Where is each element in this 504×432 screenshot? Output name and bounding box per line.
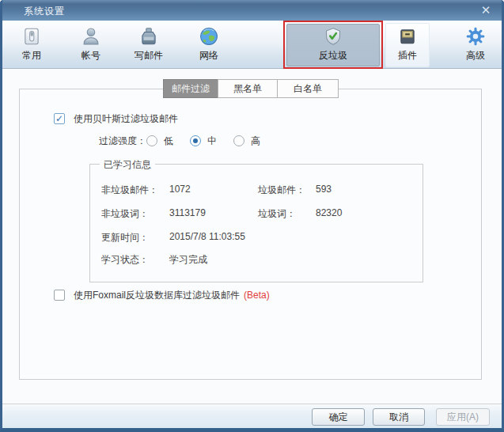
- spam-mail-label: 垃圾邮件：: [258, 184, 305, 197]
- window-title: 系统设置: [24, 5, 65, 18]
- tab-blacklist[interactable]: 黑名单: [218, 79, 278, 98]
- radio-label: 中: [207, 135, 217, 148]
- radio-label: 低: [164, 135, 173, 148]
- toolbar-item-advanced[interactable]: 高级: [453, 24, 498, 66]
- ham-mail-label: 非垃圾邮件：: [101, 184, 158, 197]
- tab-whitelist[interactable]: 白名单: [277, 79, 339, 98]
- radio-label: 高: [251, 135, 260, 148]
- settings-toolbar: 常用 帐号: [2, 21, 502, 69]
- learn-status-value: 学习完成: [169, 253, 207, 267]
- gear-icon: [465, 26, 486, 47]
- ink-bottle-icon: [138, 26, 159, 47]
- globe-icon: [199, 26, 219, 47]
- bayes-filter-label: 使用贝叶斯过滤垃圾邮件: [74, 112, 178, 126]
- settings-switch-icon: [21, 26, 42, 47]
- radio-icon[interactable]: [233, 135, 244, 146]
- filter-tabs: 邮件过滤 黑名单 白名单: [163, 79, 339, 98]
- toolbar-item-label: 网络: [199, 49, 218, 63]
- learned-row-mail: 非垃圾邮件： 1072 垃圾邮件： 593: [90, 184, 423, 195]
- toolbar-item-label: 常用: [22, 49, 41, 63]
- dialog-footer: 确定 取消 应用(A): [2, 404, 502, 428]
- system-settings-dialog: 系统设置 ✕ 常用: [0, 0, 504, 432]
- learn-status-label: 学习状态：: [101, 253, 149, 267]
- ok-button[interactable]: 确定: [312, 408, 365, 426]
- filter-strength-label: 过滤强度：: [99, 135, 146, 148]
- package-box-icon: [397, 26, 418, 47]
- spam-words-value: 82320: [316, 207, 342, 218]
- tab-mail-filter[interactable]: 邮件过滤: [163, 79, 218, 98]
- filter-strength-options: 低 中 高: [146, 135, 277, 148]
- toolbar-item-label: 插件: [398, 49, 417, 63]
- learned-info-groupbox: 已学习信息 非垃圾邮件： 1072 垃圾邮件： 593 非垃圾词： 311317…: [89, 164, 423, 282]
- beta-badge: (Beta): [244, 290, 270, 301]
- bayes-filter-checkbox[interactable]: ✓: [54, 113, 65, 124]
- ham-words-value: 3113179: [169, 207, 206, 218]
- ham-mail-value: 1072: [169, 184, 191, 195]
- user-icon: [81, 26, 101, 47]
- red-annotation-highlight-box: [283, 21, 383, 69]
- learned-info-title: 已学习信息: [100, 158, 155, 172]
- foxmail-db-label: 使用Foxmail反垃圾数据库过滤垃圾邮件: [74, 289, 240, 302]
- toolbar-item-label: 高级: [466, 49, 485, 63]
- cancel-button[interactable]: 取消: [373, 408, 425, 426]
- learned-row-status: 学习状态： 学习完成: [90, 253, 423, 264]
- radio-option-medium[interactable]: 中: [190, 135, 217, 148]
- update-time-label: 更新时间：: [101, 231, 149, 244]
- apply-button: 应用(A): [436, 408, 490, 426]
- bayes-filter-row: ✓ 使用贝叶斯过滤垃圾邮件: [54, 112, 178, 125]
- toolbar-item-label: 写邮件: [135, 49, 163, 63]
- toolbar-item-compose[interactable]: 写邮件: [121, 24, 176, 66]
- ham-words-label: 非垃圾词：: [101, 207, 149, 221]
- radio-option-low[interactable]: 低: [146, 135, 173, 148]
- toolbar-item-account[interactable]: 帐号: [69, 24, 113, 66]
- toolbar-item-network[interactable]: 网络: [187, 24, 231, 66]
- learned-row-updated: 更新时间： 2015/7/8 11:03:55: [90, 231, 423, 242]
- foxmail-db-row: 使用Foxmail反垃圾数据库过滤垃圾邮件 (Beta): [54, 289, 270, 301]
- radio-option-high[interactable]: 高: [233, 135, 260, 148]
- filter-strength-row: 过滤强度： 低 中 高: [99, 135, 277, 147]
- update-time-value: 2015/7/8 11:03:55: [169, 231, 245, 242]
- spam-mail-value: 593: [316, 184, 332, 195]
- close-icon[interactable]: ✕: [477, 2, 495, 18]
- toolbar-item-label: 帐号: [81, 49, 100, 63]
- foxmail-db-checkbox[interactable]: [54, 290, 65, 301]
- toolbar-item-common[interactable]: 常用: [9, 24, 54, 66]
- title-bar[interactable]: 系统设置 ✕: [0, 0, 504, 21]
- toolbar-item-plugins[interactable]: 插件: [385, 24, 430, 66]
- radio-icon[interactable]: [190, 135, 201, 146]
- learned-row-words: 非垃圾词： 3113179 垃圾词： 82320: [90, 207, 423, 218]
- radio-icon[interactable]: [146, 135, 157, 146]
- spam-words-label: 垃圾词：: [258, 207, 296, 221]
- antispam-settings-content: 邮件过滤 黑名单 白名单 ✓ 使用贝叶斯过滤垃圾邮件 过滤强度： 低 中: [2, 69, 502, 404]
